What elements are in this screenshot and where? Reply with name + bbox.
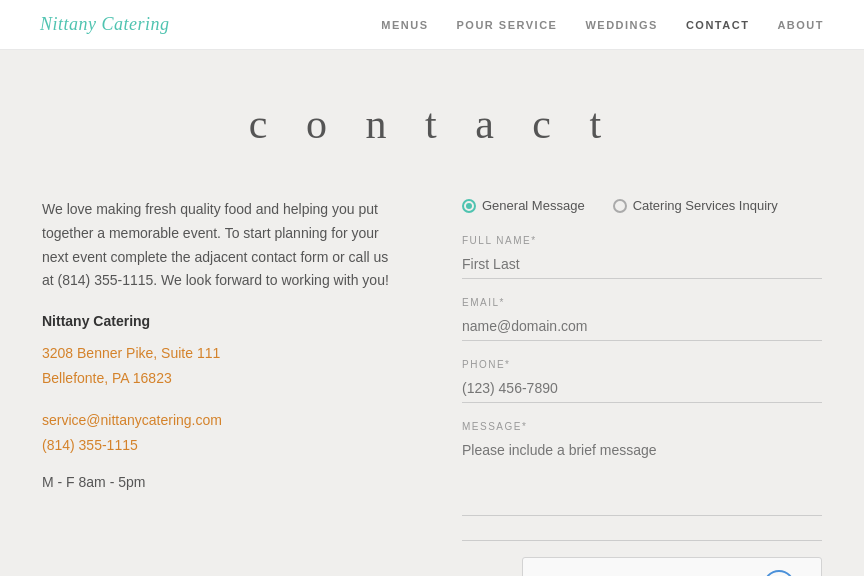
nav-links: MENUS POUR SERVICE WEDDINGS CONTACT ABOU… <box>381 17 824 33</box>
company-name: Nittany Catering <box>42 313 402 329</box>
radio-dot-unselected <box>613 199 627 213</box>
message-textarea[interactable] <box>462 436 822 516</box>
contact-form: General Message Catering Services Inquir… <box>462 198 822 576</box>
phone-label: PHONE* <box>462 359 822 370</box>
nav-item-weddings[interactable]: WEDDINGS <box>585 17 658 33</box>
phone-input[interactable] <box>462 374 822 403</box>
fullname-label: FULL NAME* <box>462 235 822 246</box>
page-content: c o n t a c t We love making fresh quali… <box>2 50 862 576</box>
contact-email-phone: service@nittanycatering.com (814) 355-11… <box>42 408 402 458</box>
phone-field: PHONE* <box>462 359 822 403</box>
navbar: Nittany Catering MENUS POUR SERVICE WEDD… <box>0 0 864 50</box>
nav-item-contact[interactable]: CONTACT <box>686 17 749 33</box>
contact-email[interactable]: service@nittanycatering.com <box>42 408 402 433</box>
email-input[interactable] <box>462 312 822 341</box>
nav-item-menus[interactable]: MENUS <box>381 17 428 33</box>
contact-description: We love making fresh quality food and he… <box>42 198 402 293</box>
address-line1[interactable]: 3208 Benner Pike, Suite 111 <box>42 341 402 366</box>
form-divider <box>462 540 822 541</box>
captcha-right: reCAPTCHA Privacy - Terms <box>753 570 805 576</box>
contact-hours: M - F 8am - 5pm <box>42 474 402 490</box>
fullname-input[interactable] <box>462 250 822 279</box>
nav-item-about[interactable]: ABOUT <box>777 17 824 33</box>
contact-phone[interactable]: (814) 355-1115 <box>42 433 402 458</box>
radio-label-general: General Message <box>482 198 585 213</box>
radio-catering-inquiry[interactable]: Catering Services Inquiry <box>613 198 778 213</box>
captcha-box[interactable]: I'm not a robot reCAPTCHA Privacy - Te <box>522 557 822 576</box>
svg-point-0 <box>764 571 794 576</box>
radio-general-message[interactable]: General Message <box>462 198 585 213</box>
contact-address: 3208 Benner Pike, Suite 111 Bellefonte, … <box>42 341 402 391</box>
nav-item-pour-service[interactable]: POUR SERVICE <box>456 17 557 33</box>
address-line2[interactable]: Bellefonte, PA 16823 <box>42 366 402 391</box>
email-label: EMAIL* <box>462 297 822 308</box>
message-label: MESSAGE* <box>462 421 822 432</box>
radio-label-catering: Catering Services Inquiry <box>633 198 778 213</box>
recaptcha-logo-icon <box>763 570 795 576</box>
radio-dot-selected <box>462 199 476 213</box>
email-field: EMAIL* <box>462 297 822 341</box>
radio-group: General Message Catering Services Inquir… <box>462 198 822 213</box>
contact-layout: We love making fresh quality food and he… <box>42 198 822 576</box>
fullname-field: FULL NAME* <box>462 235 822 279</box>
message-field: MESSAGE* <box>462 421 822 520</box>
contact-left: We love making fresh quality food and he… <box>42 198 402 490</box>
site-logo[interactable]: Nittany Catering <box>40 14 381 35</box>
page-title: c o n t a c t <box>42 100 822 148</box>
